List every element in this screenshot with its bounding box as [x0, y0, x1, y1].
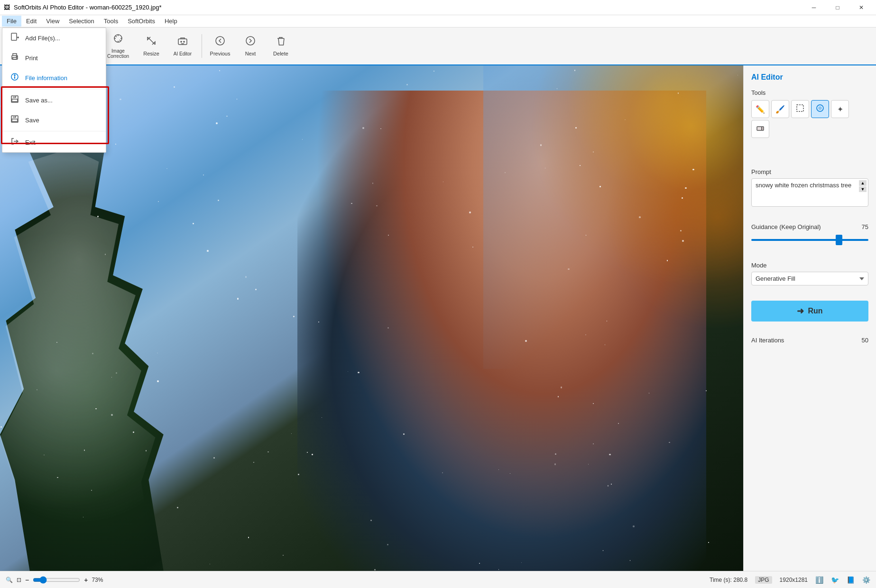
svg-rect-23: [13, 57, 17, 59]
prompt-label: Prompt: [751, 168, 868, 175]
svg-rect-17: [757, 127, 762, 130]
star-tool-button[interactable]: ✦: [831, 100, 849, 118]
guidance-slider-container: [751, 235, 868, 245]
ai-editor-label: AI Editor: [174, 51, 192, 56]
svg-line-7: [120, 40, 120, 41]
settings-icon: ⚙️: [862, 576, 870, 584]
dimensions-value: 1920x1281: [780, 577, 808, 583]
right-panel: AI Editor Tools ✏️ 🖌️: [743, 65, 876, 571]
zoom-icon: 🔍: [6, 577, 13, 583]
svg-point-11: [184, 41, 184, 42]
zoom-slider[interactable]: [33, 576, 80, 584]
pencil-icon: ✏️: [756, 105, 765, 114]
svg-point-24: [16, 56, 17, 57]
status-left: 🔍 ⊡ − + 73%: [6, 576, 103, 584]
menu-tools[interactable]: Tools: [99, 16, 123, 27]
prompt-scroll-down[interactable]: ▼: [859, 186, 867, 192]
share-icon: 🐦: [831, 576, 839, 584]
rect-select-icon: [796, 104, 804, 114]
panel-title: AI Editor: [751, 73, 868, 82]
lasso-icon: [816, 104, 824, 114]
file-info-icon: [10, 73, 19, 83]
dropdown-exit[interactable]: Exit: [2, 132, 106, 152]
toolbar: Add File(s)... Remove T Text Image Corre…: [0, 28, 876, 65]
mode-label: Mode: [751, 262, 868, 269]
guidance-row: Guidance (Keep Original) 75: [751, 223, 868, 230]
toolbar-resize-button[interactable]: Resize: [137, 29, 166, 63]
dropdown-separator-2: [2, 131, 106, 131]
rect-select-tool-button[interactable]: [791, 100, 809, 118]
status-bar: 🔍 ⊡ − + 73% Time (s): 280.8 JPG 1920x128…: [0, 571, 876, 588]
format-badge: JPG: [755, 576, 772, 584]
toolbar-delete-button[interactable]: Delete: [267, 29, 295, 63]
menu-edit[interactable]: Edit: [21, 16, 41, 27]
menu-help[interactable]: Help: [160, 16, 182, 27]
toolbar-previous-button[interactable]: Previous: [206, 29, 234, 63]
guidance-label: Guidance (Keep Original): [751, 223, 821, 230]
dropdown-file-info[interactable]: File information: [2, 68, 106, 88]
svg-rect-33: [12, 119, 18, 121]
guidance-value: 75: [862, 223, 868, 230]
mode-select[interactable]: Generative Fill Inpainting Outpainting: [751, 272, 868, 285]
previous-icon: [215, 36, 225, 49]
title-bar: 🖼 SoftOrbits AI Photo Editor - woman-600…: [0, 0, 876, 15]
run-button[interactable]: ➜ Run: [751, 301, 868, 322]
svg-point-13: [246, 37, 255, 45]
svg-rect-18: [762, 127, 764, 130]
menu-softorbits[interactable]: SoftOrbits: [123, 16, 160, 27]
file-dropdown: Add File(s)... Print File information: [2, 28, 106, 153]
menu-file[interactable]: File: [2, 16, 21, 27]
toolbar-ai-editor-button[interactable]: AI Editor: [167, 29, 198, 63]
ai-editor-icon: [177, 36, 188, 49]
previous-label: Previous: [210, 51, 231, 56]
svg-rect-29: [13, 96, 16, 98]
dropdown-add-files[interactable]: Add File(s)...: [2, 28, 106, 48]
save-icon: [10, 115, 19, 125]
canvas-area[interactable]: [0, 65, 743, 571]
prompt-input[interactable]: snowy white frozen christmass tree: [751, 178, 868, 207]
svg-point-12: [216, 37, 224, 45]
add-files-dropdown-icon: [10, 33, 19, 43]
maximize-button[interactable]: □: [827, 0, 848, 15]
delete-icon: [276, 36, 286, 49]
brush-tool-button[interactable]: 🖌️: [771, 100, 789, 118]
eraser-tool-button[interactable]: [751, 120, 769, 138]
svg-line-6: [116, 36, 117, 37]
run-label: Run: [808, 307, 822, 315]
menu-selection[interactable]: Selection: [64, 16, 99, 27]
eraser-icon: [756, 124, 765, 134]
minimize-button[interactable]: ─: [803, 0, 825, 15]
title-bar-controls: ─ □ ✕: [803, 0, 872, 15]
print-dropdown-label: Print: [25, 55, 38, 62]
resize-icon: [146, 36, 157, 49]
lasso-tool-button[interactable]: [811, 100, 829, 118]
zoom-frame-icon: ⊡: [17, 577, 21, 583]
pencil-tool-button[interactable]: ✏️: [751, 100, 769, 118]
close-button[interactable]: ✕: [850, 0, 872, 15]
svg-point-16: [819, 107, 821, 110]
zoom-out-button[interactable]: −: [25, 576, 29, 584]
dropdown-save-as[interactable]: Save as...: [2, 90, 106, 110]
prompt-scroll-up[interactable]: ▲: [859, 180, 867, 186]
tools-section: Tools ✏️ 🖌️: [751, 89, 868, 138]
toolbar-next-button[interactable]: Next: [236, 29, 265, 63]
title-bar-left: 🖼 SoftOrbits AI Photo Editor - woman-600…: [4, 4, 161, 11]
save-dropdown-label: Save: [25, 117, 39, 124]
svg-point-10: [181, 41, 182, 42]
tools-row: ✏️ 🖌️: [751, 100, 868, 138]
next-label: Next: [245, 51, 256, 56]
menu-view[interactable]: View: [41, 16, 64, 27]
next-icon: [245, 36, 256, 49]
resize-label: Resize: [143, 51, 159, 56]
iterations-label: AI Iterations: [751, 337, 784, 344]
dropdown-print[interactable]: Print: [2, 48, 106, 68]
svg-rect-32: [13, 116, 16, 118]
delete-label: Delete: [273, 51, 288, 56]
file-info-dropdown-label: File information: [25, 74, 67, 82]
dropdown-save[interactable]: Save: [2, 110, 106, 130]
zoom-in-button[interactable]: +: [84, 576, 88, 584]
info-icon: ℹ️: [815, 576, 823, 584]
mode-section: Mode Generative Fill Inpainting Outpaint…: [751, 262, 868, 285]
save-as-icon: [10, 95, 19, 105]
exit-icon: [10, 137, 19, 147]
